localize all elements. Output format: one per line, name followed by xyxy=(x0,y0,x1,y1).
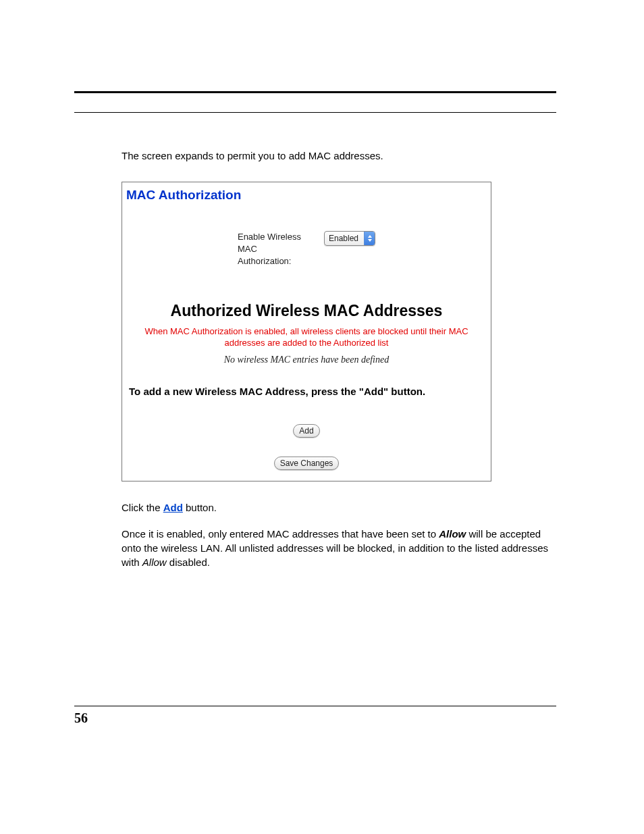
post-paragraph-1: Click the Add button. xyxy=(122,500,556,515)
panel-title: MAC Authorization xyxy=(122,182,491,204)
authorized-heading: Authorized Wireless MAC Addresses xyxy=(122,302,491,320)
page-number: 56 xyxy=(74,710,556,726)
text-after-link: button. xyxy=(183,502,217,513)
add-instruction: To add a new Wireless MAC Address, press… xyxy=(122,386,491,397)
p2-part-a: Once it is enabled, only entered MAC add… xyxy=(122,528,439,540)
allow-emphasis-1: Allow xyxy=(439,528,466,540)
allow-emphasis-2: Allow xyxy=(142,556,167,568)
enable-select[interactable]: Enabled xyxy=(324,231,375,246)
page-footer: 56 xyxy=(74,706,556,726)
intro-paragraph: The screen expands to permit you to add … xyxy=(122,150,556,161)
save-changes-button[interactable]: Save Changes xyxy=(274,457,340,470)
no-entries-text: No wireless MAC entries have been define… xyxy=(122,355,491,365)
warning-text: When MAC Authorization is enabled, all w… xyxy=(122,325,491,349)
footer-rule xyxy=(74,706,556,706)
add-link[interactable]: Add xyxy=(163,502,183,513)
select-arrows-icon xyxy=(364,231,375,246)
enable-field-row: Enable Wireless MAC Authorization: Enabl… xyxy=(122,204,491,302)
rule-thin xyxy=(74,112,556,113)
text-before-link: Click the xyxy=(122,502,163,513)
mac-authorization-panel: MAC Authorization Enable Wireless MAC Au… xyxy=(122,182,491,481)
p2-part-c: disabled. xyxy=(167,556,210,568)
enable-select-value: Enabled xyxy=(325,234,364,243)
post-paragraph-2: Once it is enabled, only entered MAC add… xyxy=(122,527,556,569)
add-button[interactable]: Add xyxy=(293,424,319,438)
rule-heavy xyxy=(74,91,556,93)
enable-label: Enable Wireless MAC Authorization: xyxy=(238,231,312,268)
